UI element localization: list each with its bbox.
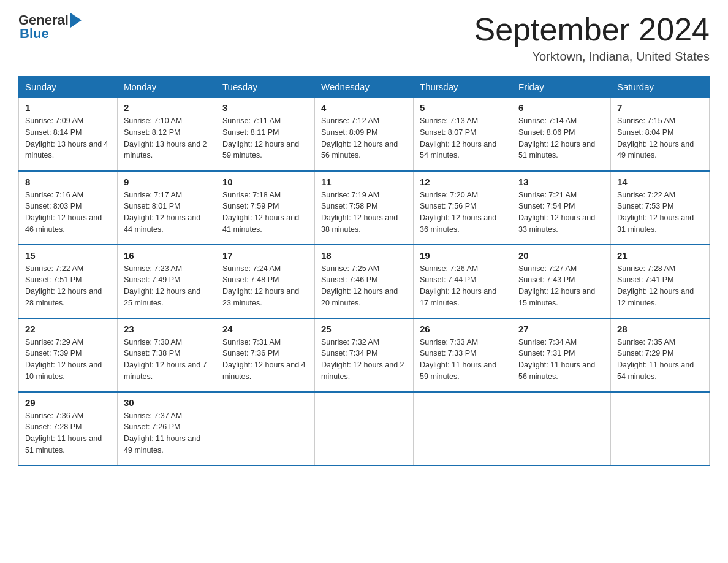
weekday-header-row: SundayMondayTuesdayWednesdayThursdayFrid…: [19, 77, 710, 98]
day-info: Sunrise: 7:16 AMSunset: 8:03 PMDaylight:…: [25, 191, 102, 234]
weekday-header-saturday: Saturday: [611, 77, 710, 98]
day-info: Sunrise: 7:30 AMSunset: 7:38 PMDaylight:…: [124, 338, 207, 381]
calendar-cell: 4Sunrise: 7:12 AMSunset: 8:09 PMDaylight…: [315, 98, 414, 171]
calendar-table: SundayMondayTuesdayWednesdayThursdayFrid…: [18, 76, 710, 466]
calendar-cell: 22Sunrise: 7:29 AMSunset: 7:39 PMDayligh…: [19, 318, 118, 392]
day-info: Sunrise: 7:25 AMSunset: 7:46 PMDaylight:…: [321, 264, 398, 307]
calendar-week-row: 15Sunrise: 7:22 AMSunset: 7:51 PMDayligh…: [19, 245, 710, 318]
day-number: 18: [321, 250, 407, 261]
day-number: 9: [124, 177, 210, 187]
calendar-cell: [512, 392, 611, 465]
day-number: 16: [124, 250, 210, 261]
day-number: 28: [617, 324, 703, 334]
day-info: Sunrise: 7:21 AMSunset: 7:54 PMDaylight:…: [518, 191, 595, 234]
calendar-cell: 2Sunrise: 7:10 AMSunset: 8:12 PMDaylight…: [118, 98, 216, 171]
month-title: September 2024: [474, 12, 710, 47]
day-info: Sunrise: 7:17 AMSunset: 8:01 PMDaylight:…: [124, 191, 200, 234]
day-info: Sunrise: 7:19 AMSunset: 7:58 PMDaylight:…: [321, 191, 398, 234]
calendar-cell: 3Sunrise: 7:11 AMSunset: 8:11 PMDaylight…: [216, 98, 315, 171]
calendar-cell: 6Sunrise: 7:14 AMSunset: 8:06 PMDaylight…: [512, 98, 611, 171]
calendar-cell: 29Sunrise: 7:36 AMSunset: 7:28 PMDayligh…: [19, 392, 118, 465]
day-info: Sunrise: 7:09 AMSunset: 8:14 PMDaylight:…: [25, 117, 108, 159]
weekday-header-friday: Friday: [512, 77, 611, 98]
day-number: 17: [222, 250, 308, 261]
day-info: Sunrise: 7:22 AMSunset: 7:53 PMDaylight:…: [617, 191, 694, 234]
calendar-cell: [611, 392, 710, 465]
day-info: Sunrise: 7:23 AMSunset: 7:49 PMDaylight:…: [124, 264, 200, 307]
calendar-cell: [216, 392, 315, 465]
day-number: 19: [420, 250, 506, 261]
day-number: 13: [518, 177, 604, 187]
day-info: Sunrise: 7:24 AMSunset: 7:48 PMDaylight:…: [222, 264, 299, 307]
calendar-cell: 30Sunrise: 7:37 AMSunset: 7:26 PMDayligh…: [118, 392, 216, 465]
day-number: 27: [518, 324, 604, 334]
day-info: Sunrise: 7:37 AMSunset: 7:26 PMDaylight:…: [124, 412, 200, 454]
day-number: 3: [222, 102, 308, 113]
calendar-cell: 1Sunrise: 7:09 AMSunset: 8:14 PMDaylight…: [19, 98, 118, 171]
weekday-header-wednesday: Wednesday: [315, 77, 414, 98]
calendar-week-row: 22Sunrise: 7:29 AMSunset: 7:39 PMDayligh…: [19, 318, 710, 392]
day-number: 23: [124, 324, 210, 334]
calendar-cell: 5Sunrise: 7:13 AMSunset: 8:07 PMDaylight…: [414, 98, 512, 171]
day-number: 10: [222, 177, 308, 187]
calendar-cell: 26Sunrise: 7:33 AMSunset: 7:33 PMDayligh…: [414, 318, 512, 392]
day-info: Sunrise: 7:12 AMSunset: 8:09 PMDaylight:…: [321, 117, 398, 159]
calendar-cell: 21Sunrise: 7:28 AMSunset: 7:41 PMDayligh…: [611, 245, 710, 318]
day-info: Sunrise: 7:28 AMSunset: 7:41 PMDaylight:…: [617, 264, 694, 307]
calendar-week-row: 1Sunrise: 7:09 AMSunset: 8:14 PMDaylight…: [19, 98, 710, 171]
day-number: 30: [124, 397, 210, 408]
day-info: Sunrise: 7:20 AMSunset: 7:56 PMDaylight:…: [420, 191, 496, 234]
day-number: 11: [321, 177, 407, 187]
calendar-cell: 11Sunrise: 7:19 AMSunset: 7:58 PMDayligh…: [315, 171, 414, 245]
day-number: 25: [321, 324, 407, 334]
day-info: Sunrise: 7:15 AMSunset: 8:04 PMDaylight:…: [617, 117, 694, 159]
calendar-cell: 12Sunrise: 7:20 AMSunset: 7:56 PMDayligh…: [414, 171, 512, 245]
day-number: 24: [222, 324, 308, 334]
day-info: Sunrise: 7:27 AMSunset: 7:43 PMDaylight:…: [518, 264, 595, 307]
calendar-cell: 24Sunrise: 7:31 AMSunset: 7:36 PMDayligh…: [216, 318, 315, 392]
calendar-cell: [315, 392, 414, 465]
calendar-cell: 28Sunrise: 7:35 AMSunset: 7:29 PMDayligh…: [611, 318, 710, 392]
weekday-header-sunday: Sunday: [19, 77, 118, 98]
day-number: 5: [420, 102, 506, 113]
day-info: Sunrise: 7:36 AMSunset: 7:28 PMDaylight:…: [25, 412, 102, 454]
calendar-cell: 23Sunrise: 7:30 AMSunset: 7:38 PMDayligh…: [118, 318, 216, 392]
calendar-week-row: 8Sunrise: 7:16 AMSunset: 8:03 PMDaylight…: [19, 171, 710, 245]
calendar-cell: 15Sunrise: 7:22 AMSunset: 7:51 PMDayligh…: [19, 245, 118, 318]
weekday-header-thursday: Thursday: [414, 77, 512, 98]
day-number: 4: [321, 102, 407, 113]
day-info: Sunrise: 7:22 AMSunset: 7:51 PMDaylight:…: [25, 264, 102, 307]
day-number: 21: [617, 250, 703, 261]
day-info: Sunrise: 7:14 AMSunset: 8:06 PMDaylight:…: [518, 117, 595, 159]
day-info: Sunrise: 7:29 AMSunset: 7:39 PMDaylight:…: [25, 338, 102, 381]
day-number: 1: [25, 102, 111, 113]
calendar-cell: 16Sunrise: 7:23 AMSunset: 7:49 PMDayligh…: [118, 245, 216, 318]
day-number: 8: [25, 177, 111, 187]
calendar-cell: 17Sunrise: 7:24 AMSunset: 7:48 PMDayligh…: [216, 245, 315, 318]
calendar-cell: 25Sunrise: 7:32 AMSunset: 7:34 PMDayligh…: [315, 318, 414, 392]
calendar-cell: 27Sunrise: 7:34 AMSunset: 7:31 PMDayligh…: [512, 318, 611, 392]
logo-arrow-icon: [70, 13, 82, 28]
calendar-cell: 13Sunrise: 7:21 AMSunset: 7:54 PMDayligh…: [512, 171, 611, 245]
day-number: 15: [25, 250, 111, 261]
day-number: 7: [617, 102, 703, 113]
day-info: Sunrise: 7:11 AMSunset: 8:11 PMDaylight:…: [222, 117, 299, 159]
weekday-header-monday: Monday: [118, 77, 216, 98]
day-info: Sunrise: 7:10 AMSunset: 8:12 PMDaylight:…: [124, 117, 207, 159]
weekday-header-tuesday: Tuesday: [216, 77, 315, 98]
day-number: 20: [518, 250, 604, 261]
day-info: Sunrise: 7:32 AMSunset: 7:34 PMDaylight:…: [321, 338, 404, 381]
day-number: 2: [124, 102, 210, 113]
calendar-cell: 7Sunrise: 7:15 AMSunset: 8:04 PMDaylight…: [611, 98, 710, 171]
calendar-cell: [414, 392, 512, 465]
calendar-week-row: 29Sunrise: 7:36 AMSunset: 7:28 PMDayligh…: [19, 392, 710, 465]
day-number: 12: [420, 177, 506, 187]
calendar-cell: 18Sunrise: 7:25 AMSunset: 7:46 PMDayligh…: [315, 245, 414, 318]
logo: General Blue: [18, 12, 83, 42]
day-info: Sunrise: 7:33 AMSunset: 7:33 PMDaylight:…: [420, 338, 496, 381]
calendar-cell: 14Sunrise: 7:22 AMSunset: 7:53 PMDayligh…: [611, 171, 710, 245]
calendar-cell: 8Sunrise: 7:16 AMSunset: 8:03 PMDaylight…: [19, 171, 118, 245]
title-area: September 2024 Yorktown, Indiana, United…: [474, 12, 710, 64]
day-number: 29: [25, 397, 111, 408]
day-info: Sunrise: 7:35 AMSunset: 7:29 PMDaylight:…: [617, 338, 694, 381]
